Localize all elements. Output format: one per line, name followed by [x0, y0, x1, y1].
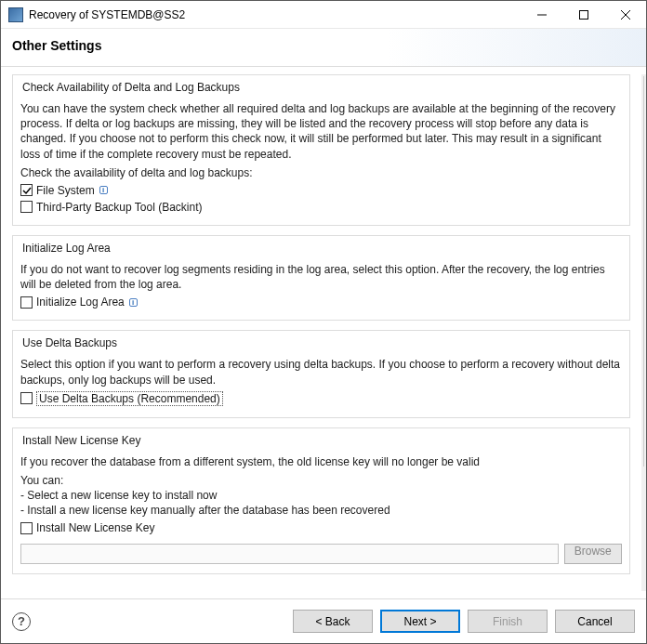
initialize-log-checkbox[interactable]: [20, 296, 33, 309]
group-description: You can have the system check whether al…: [20, 101, 622, 162]
group-legend: Use Delta Backups: [19, 336, 121, 349]
third-party-label: Third-Party Backup Tool (Backint): [36, 201, 203, 214]
cancel-button[interactable]: Cancel: [555, 610, 635, 633]
group-description: If you do not want to recover log segmen…: [20, 262, 622, 292]
group-check-backups: Check Availability of Delta and Log Back…: [12, 74, 630, 226]
group-description: Select this option if you want to perfor…: [20, 357, 622, 387]
body: Check Availability of Delta and Log Back…: [1, 67, 646, 598]
third-party-checkbox[interactable]: [20, 201, 33, 213]
close-button[interactable]: [604, 1, 646, 28]
group-license-key: Install New License Key If you recover t…: [12, 427, 630, 575]
browse-button: Browse: [564, 544, 622, 564]
finish-button: Finish: [468, 610, 548, 633]
help-icon[interactable]: ?: [12, 612, 31, 631]
window-title: Recovery of SYSTEMDB@SS2: [29, 8, 185, 21]
dialog-window: Recovery of SYSTEMDB@SS2 Other Settings …: [0, 0, 647, 644]
initialize-log-row[interactable]: Initialize Log Area i: [20, 296, 622, 309]
third-party-row[interactable]: Third-Party Backup Tool (Backint): [20, 201, 622, 214]
file-system-row[interactable]: File System i: [20, 184, 622, 197]
license-line1: If you recover the database from a diffe…: [20, 454, 622, 469]
install-license-label: Install New License Key: [36, 521, 154, 534]
group-legend: Install New License Key: [19, 434, 144, 447]
file-system-checkbox[interactable]: [20, 184, 33, 196]
next-button[interactable]: Next >: [380, 610, 460, 633]
app-icon: [8, 7, 23, 22]
use-delta-checkbox[interactable]: [20, 392, 33, 404]
svg-rect-1: [579, 10, 588, 19]
page-title: Other Settings: [12, 38, 635, 53]
group-legend: Initialize Log Area: [19, 242, 114, 255]
install-license-row[interactable]: Install New License Key: [20, 521, 622, 534]
info-icon[interactable]: i: [129, 298, 138, 307]
check-icon: [22, 186, 32, 195]
content: Check Availability of Delta and Log Back…: [8, 74, 641, 591]
wizard-header: Other Settings: [1, 29, 646, 67]
info-icon[interactable]: i: [99, 186, 108, 194]
initialize-log-label: Initialize Log Area: [36, 296, 125, 309]
license-line2: You can:: [20, 473, 622, 488]
license-line4: - Install a new license key manually aft…: [20, 503, 622, 518]
wizard-footer: ? < Back Next > Finish Cancel: [1, 598, 646, 643]
group-legend: Check Availability of Delta and Log Back…: [19, 81, 244, 94]
use-delta-row[interactable]: Use Delta Backups (Recommended): [20, 391, 622, 406]
maximize-button[interactable]: [562, 1, 604, 28]
check-prompt: Check the availability of delta and log …: [20, 165, 622, 180]
group-initialize-log: Initialize Log Area If you do not want t…: [12, 235, 630, 321]
minimize-button[interactable]: [521, 1, 562, 28]
install-license-checkbox[interactable]: [20, 522, 33, 534]
vertical-scrollbar[interactable]: [641, 74, 646, 591]
back-button[interactable]: < Back: [293, 610, 373, 633]
use-delta-label: Use Delta Backups (Recommended): [36, 391, 223, 406]
license-input-row: Browse: [20, 544, 622, 564]
scrollbar-thumb[interactable]: [643, 76, 644, 467]
license-path-input: [20, 544, 559, 564]
license-line3: - Select a new license key to install no…: [20, 488, 622, 503]
group-delta-backups: Use Delta Backups Select this option if …: [12, 330, 630, 417]
titlebar: Recovery of SYSTEMDB@SS2: [1, 1, 646, 29]
file-system-label: File System: [36, 184, 95, 197]
